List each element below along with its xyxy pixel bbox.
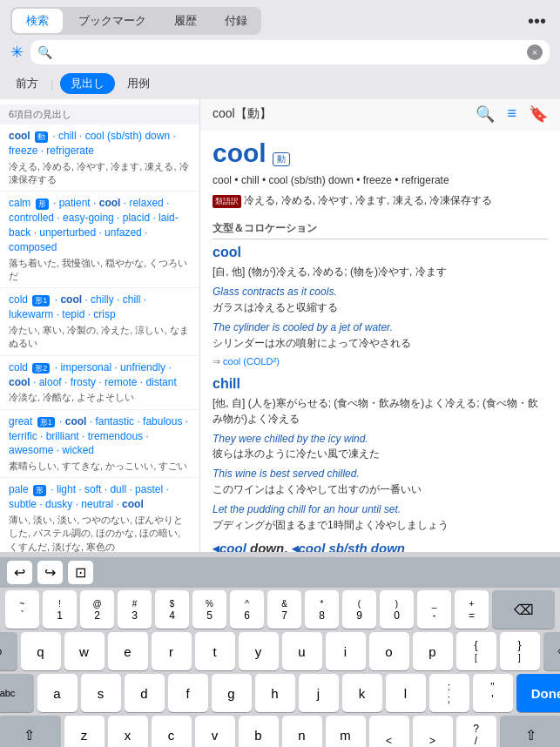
kb-key-lt[interactable]: <: [369, 716, 409, 747]
example-jp: プディングが固まるまで1時間よく冷やしましょう: [213, 518, 548, 533]
sense-block: cool [自, 他] (物が)冷える, 冷める; (物を)冷やす, 冷ます G…: [213, 245, 548, 367]
menu-header-icon[interactable]: ≡: [507, 104, 516, 124]
entry-title: cool 動 · chill · cool (sb/sth) down · fr…: [9, 129, 191, 158]
pos-badge: 形: [33, 485, 46, 496]
tab-midashi[interactable]: 見出し: [60, 73, 115, 94]
kb-key-slash[interactable]: ?/: [456, 716, 496, 747]
kb-key-e[interactable]: e: [108, 632, 148, 670]
clear-button[interactable]: ×: [527, 44, 543, 60]
kb-key-9[interactable]: (9: [342, 590, 376, 629]
kb-key-minus[interactable]: _-: [417, 590, 451, 629]
right-header: cool【動】 🔍 ≡ 🔖: [200, 99, 560, 130]
done-key[interactable]: Done: [516, 674, 561, 712]
kb-key-j[interactable]: j: [299, 674, 339, 712]
kb-key-z[interactable]: z: [64, 716, 105, 747]
kb-key-t[interactable]: t: [195, 632, 235, 670]
list-item[interactable]: cold 形2 · impersonal · unfriendly · cool…: [0, 356, 199, 410]
kb-toolbar: ↩ ↪ ⊡: [0, 557, 560, 588]
kb-key-gt[interactable]: >: [413, 716, 453, 747]
search-input[interactable]: cool: [57, 44, 522, 60]
pos-badge: 形1: [32, 295, 50, 306]
list-item[interactable]: pale 形 · light · soft · dull · pastel · …: [0, 478, 199, 552]
tab-search[interactable]: 検索: [12, 9, 63, 33]
tab-yourei[interactable]: 用例: [122, 73, 155, 94]
kb-key-x[interactable]: x: [108, 716, 148, 747]
kb-key-semicolon[interactable]: :;: [429, 674, 469, 712]
kb-key-o[interactable]: o: [369, 632, 409, 670]
paste-button[interactable]: ⊡: [68, 561, 93, 584]
kb-key-p[interactable]: p: [413, 632, 453, 670]
divider: |: [51, 77, 53, 91]
list-item[interactable]: cool 動 · chill · cool (sb/sth) down · fr…: [0, 124, 199, 192]
list-item[interactable]: calm 形 · patient · cool · relaxed · cont…: [0, 192, 199, 288]
kb-key-v[interactable]: v: [195, 716, 235, 747]
kb-key-u[interactable]: u: [282, 632, 322, 670]
right-content: cool 動 cool • chill • cool (sb/sth) down…: [200, 130, 560, 552]
kb-key-rbrace[interactable]: }]: [500, 632, 540, 670]
kb-key-equal[interactable]: +=: [455, 590, 489, 629]
search-icon: 🔍: [37, 45, 52, 59]
kb-key-w[interactable]: w: [64, 632, 105, 670]
kb-key-m[interactable]: m: [326, 716, 366, 747]
kb-key-a[interactable]: a: [37, 674, 78, 712]
kb-key-r[interactable]: r: [152, 632, 192, 670]
prefix-button[interactable]: 前方: [10, 73, 44, 94]
kb-key-4[interactable]: $4: [155, 590, 189, 629]
kb-key-b[interactable]: b: [239, 716, 279, 747]
kb-key-tilde[interactable]: ~`: [5, 590, 39, 629]
tab-appendix[interactable]: 付録: [211, 7, 261, 35]
top-nav: 検索 ブックマーク 履歴 付録 •••: [0, 0, 560, 35]
example-en: They were chilled by the icy wind.: [213, 432, 548, 447]
kb-key-d[interactable]: d: [125, 674, 165, 712]
sense-block: ◂cool down, ◂cool sb/sth down 句動詞 ◆やインフォ…: [213, 541, 548, 552]
more-button[interactable]: •••: [524, 11, 550, 31]
kb-key-y[interactable]: y: [239, 632, 279, 670]
ref-link[interactable]: cool (COLD²): [223, 356, 280, 367]
kb-key-2[interactable]: @2: [80, 590, 114, 629]
shift-key-right[interactable]: ⇧: [500, 716, 561, 747]
entry-desc: 落ち着いた, 我慢強い, 穏やかな, くつろいだ: [9, 257, 191, 284]
kb-row-asdf: abc a s d f g h j k l :; "' Done: [2, 674, 558, 712]
kb-key-7[interactable]: &7: [267, 590, 301, 629]
kb-key-f[interactable]: f: [168, 674, 208, 712]
kb-key-3[interactable]: #3: [118, 590, 152, 629]
kb-key-q[interactable]: q: [21, 632, 61, 670]
kb-key-s[interactable]: s: [81, 674, 121, 712]
undo-button[interactable]: ↩: [7, 561, 32, 584]
kb-key-quote[interactable]: "': [473, 674, 513, 712]
kb-key-8[interactable]: *8: [305, 590, 339, 629]
search-header-icon[interactable]: 🔍: [476, 104, 495, 124]
tab-bookmark[interactable]: ブックマーク: [64, 7, 160, 35]
example-jp: ガラスは冷えると収縮する: [213, 300, 548, 315]
delete-key[interactable]: ⌫: [492, 590, 555, 629]
shift-key-left[interactable]: ⇧: [0, 716, 61, 747]
search-box: 🔍 cool ×: [30, 40, 550, 64]
list-item[interactable]: great 形1 · cool · fantastic · fabulous ·…: [0, 410, 199, 479]
kb-key-0[interactable]: )0: [380, 590, 414, 629]
kb-key-i[interactable]: i: [326, 632, 366, 670]
sense-block: chill [他, 自] (人を)寒がらせる; (食べ物・飲み物を)よく冷える;…: [213, 376, 548, 533]
kb-key-5[interactable]: %5: [192, 590, 226, 629]
right-panel: cool【動】 🔍 ≡ 🔖 cool 動 cool • chill • cool…: [200, 99, 560, 552]
kb-key-lbrace[interactable]: {[: [456, 632, 496, 670]
kb-key-6[interactable]: ^6: [230, 590, 264, 629]
tab-key[interactable]: tab: [0, 632, 17, 670]
kb-key-n[interactable]: n: [282, 716, 322, 747]
kb-key-c[interactable]: c: [152, 716, 192, 747]
redo-button[interactable]: ↪: [37, 561, 63, 584]
kb-key-l[interactable]: l: [386, 674, 426, 712]
list-item[interactable]: cold 形1 · cool · chilly · chill · lukewa…: [0, 288, 199, 355]
sub-nav: 前方 | 見出し 用例: [0, 71, 560, 99]
kb-key-k[interactable]: k: [342, 674, 382, 712]
kb-key-1[interactable]: !1: [43, 590, 77, 629]
kb-key-g[interactable]: g: [212, 674, 252, 712]
kb-rows: ~` !1 @2 #3 $4 %5 ^6 &7 *8 (9 )0 _- += ⌫…: [0, 588, 560, 747]
return-key[interactable]: ⏎ \: [543, 632, 561, 670]
tab-history[interactable]: 履歴: [160, 7, 211, 35]
example-en: Glass contracts as it cools.: [213, 285, 548, 299]
abc-key[interactable]: abc: [0, 674, 34, 712]
section-title: 文型＆コロケーション: [213, 216, 548, 239]
kb-key-h[interactable]: h: [255, 674, 295, 712]
bookmark-header-icon[interactable]: 🔖: [529, 104, 548, 124]
entry-desc: 素晴らしい, すてきな, かっこいい, すごい: [9, 460, 191, 473]
